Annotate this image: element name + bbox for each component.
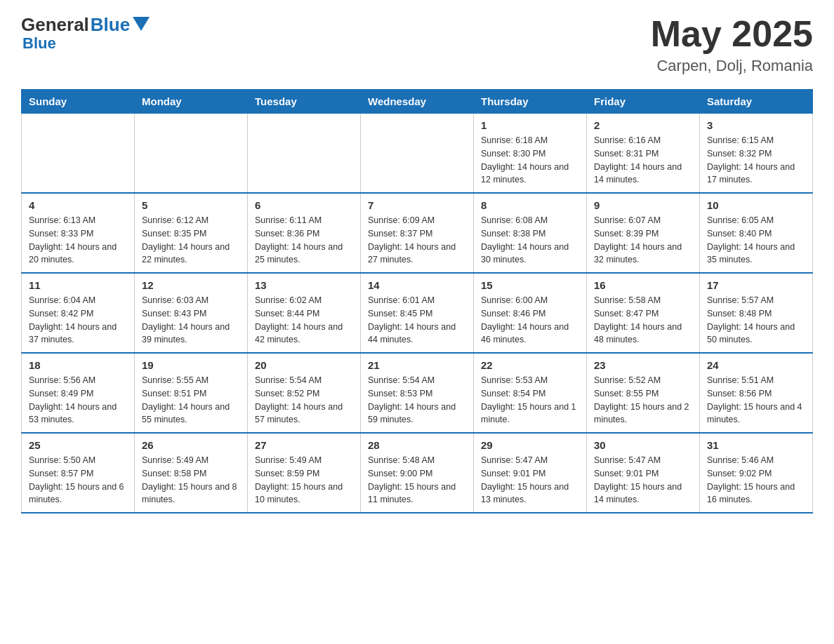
day-info: Sunrise: 6:11 AM Sunset: 8:36 PM Dayligh…: [255, 214, 353, 267]
day-info: Sunrise: 5:47 AM Sunset: 9:01 PM Dayligh…: [594, 454, 692, 507]
day-info: Sunrise: 6:08 AM Sunset: 8:38 PM Dayligh…: [481, 214, 579, 267]
calendar-cell: 30Sunrise: 5:47 AM Sunset: 9:01 PM Dayli…: [587, 433, 700, 513]
col-tuesday: Tuesday: [248, 90, 361, 114]
day-number: 9: [594, 199, 692, 211]
day-info: Sunrise: 5:48 AM Sunset: 9:00 PM Dayligh…: [368, 454, 466, 507]
col-sunday: Sunday: [22, 90, 135, 114]
day-number: 31: [707, 439, 805, 451]
day-info: Sunrise: 6:01 AM Sunset: 8:45 PM Dayligh…: [368, 294, 466, 347]
day-info: Sunrise: 5:58 AM Sunset: 8:47 PM Dayligh…: [594, 294, 692, 347]
day-number: 22: [481, 359, 579, 371]
day-info: Sunrise: 6:13 AM Sunset: 8:33 PM Dayligh…: [29, 214, 127, 267]
day-number: 13: [255, 279, 353, 291]
logo-sub-text: Blue: [21, 34, 56, 53]
day-info: Sunrise: 5:53 AM Sunset: 8:54 PM Dayligh…: [481, 374, 579, 427]
page-title: May 2025: [651, 14, 813, 54]
day-number: 1: [481, 119, 579, 131]
day-number: 5: [142, 199, 240, 211]
title-block: May 2025 Carpen, Dolj, Romania: [651, 14, 813, 75]
calendar-cell: 23Sunrise: 5:52 AM Sunset: 8:55 PM Dayli…: [587, 353, 700, 433]
col-wednesday: Wednesday: [361, 90, 474, 114]
day-number: 8: [481, 199, 579, 211]
day-info: Sunrise: 5:50 AM Sunset: 8:57 PM Dayligh…: [29, 454, 127, 507]
day-number: 29: [481, 439, 579, 451]
day-number: 3: [707, 119, 805, 131]
calendar-header-row: Sunday Monday Tuesday Wednesday Thursday…: [22, 90, 813, 114]
day-number: 11: [29, 279, 127, 291]
logo-triangle-icon: [133, 17, 150, 31]
calendar-cell: 8Sunrise: 6:08 AM Sunset: 8:38 PM Daylig…: [474, 193, 587, 273]
day-info: Sunrise: 6:00 AM Sunset: 8:46 PM Dayligh…: [481, 294, 579, 347]
day-info: Sunrise: 5:47 AM Sunset: 9:01 PM Dayligh…: [481, 454, 579, 507]
day-number: 26: [142, 439, 240, 451]
col-monday: Monday: [135, 90, 248, 114]
week-row-1: 1Sunrise: 6:18 AM Sunset: 8:30 PM Daylig…: [22, 114, 813, 194]
day-info: Sunrise: 6:16 AM Sunset: 8:31 PM Dayligh…: [594, 134, 692, 187]
calendar-cell: 18Sunrise: 5:56 AM Sunset: 8:49 PM Dayli…: [22, 353, 135, 433]
calendar-cell: 9Sunrise: 6:07 AM Sunset: 8:39 PM Daylig…: [587, 193, 700, 273]
calendar-cell: 1Sunrise: 6:18 AM Sunset: 8:30 PM Daylig…: [474, 114, 587, 194]
day-info: Sunrise: 6:02 AM Sunset: 8:44 PM Dayligh…: [255, 294, 353, 347]
logo-blue-text: Blue: [91, 14, 130, 36]
week-row-3: 11Sunrise: 6:04 AM Sunset: 8:42 PM Dayli…: [22, 273, 813, 353]
day-info: Sunrise: 6:04 AM Sunset: 8:42 PM Dayligh…: [29, 294, 127, 347]
calendar-cell: 25Sunrise: 5:50 AM Sunset: 8:57 PM Dayli…: [22, 433, 135, 513]
calendar-cell: 26Sunrise: 5:49 AM Sunset: 8:58 PM Dayli…: [135, 433, 248, 513]
day-number: 17: [707, 279, 805, 291]
day-number: 25: [29, 439, 127, 451]
calendar-cell: 6Sunrise: 6:11 AM Sunset: 8:36 PM Daylig…: [248, 193, 361, 273]
col-friday: Friday: [587, 90, 700, 114]
day-number: 7: [368, 199, 466, 211]
day-number: 4: [29, 199, 127, 211]
calendar-cell: 4Sunrise: 6:13 AM Sunset: 8:33 PM Daylig…: [22, 193, 135, 273]
page-subtitle: Carpen, Dolj, Romania: [651, 57, 813, 75]
calendar-cell: 16Sunrise: 5:58 AM Sunset: 8:47 PM Dayli…: [587, 273, 700, 353]
calendar-cell: [248, 114, 361, 194]
day-info: Sunrise: 6:12 AM Sunset: 8:35 PM Dayligh…: [142, 214, 240, 267]
calendar-cell: 11Sunrise: 6:04 AM Sunset: 8:42 PM Dayli…: [22, 273, 135, 353]
col-saturday: Saturday: [700, 90, 813, 114]
day-info: Sunrise: 6:07 AM Sunset: 8:39 PM Dayligh…: [594, 214, 692, 267]
calendar-cell: 28Sunrise: 5:48 AM Sunset: 9:00 PM Dayli…: [361, 433, 474, 513]
day-number: 2: [594, 119, 692, 131]
calendar-cell: 13Sunrise: 6:02 AM Sunset: 8:44 PM Dayli…: [248, 273, 361, 353]
week-row-4: 18Sunrise: 5:56 AM Sunset: 8:49 PM Dayli…: [22, 353, 813, 433]
day-number: 10: [707, 199, 805, 211]
calendar-cell: 15Sunrise: 6:00 AM Sunset: 8:46 PM Dayli…: [474, 273, 587, 353]
calendar-cell: 17Sunrise: 5:57 AM Sunset: 8:48 PM Dayli…: [700, 273, 813, 353]
calendar-cell: 7Sunrise: 6:09 AM Sunset: 8:37 PM Daylig…: [361, 193, 474, 273]
day-number: 16: [594, 279, 692, 291]
calendar-cell: 24Sunrise: 5:51 AM Sunset: 8:56 PM Dayli…: [700, 353, 813, 433]
day-number: 30: [594, 439, 692, 451]
day-info: Sunrise: 5:52 AM Sunset: 8:55 PM Dayligh…: [594, 374, 692, 427]
day-number: 20: [255, 359, 353, 371]
calendar-cell: [22, 114, 135, 194]
day-info: Sunrise: 5:57 AM Sunset: 8:48 PM Dayligh…: [707, 294, 805, 347]
day-info: Sunrise: 5:54 AM Sunset: 8:53 PM Dayligh…: [368, 374, 466, 427]
day-info: Sunrise: 6:09 AM Sunset: 8:37 PM Dayligh…: [368, 214, 466, 267]
calendar-cell: 5Sunrise: 6:12 AM Sunset: 8:35 PM Daylig…: [135, 193, 248, 273]
day-info: Sunrise: 5:49 AM Sunset: 8:58 PM Dayligh…: [142, 454, 240, 507]
calendar-cell: 22Sunrise: 5:53 AM Sunset: 8:54 PM Dayli…: [474, 353, 587, 433]
day-number: 6: [255, 199, 353, 211]
day-number: 28: [368, 439, 466, 451]
calendar-cell: 27Sunrise: 5:49 AM Sunset: 8:59 PM Dayli…: [248, 433, 361, 513]
calendar-cell: 20Sunrise: 5:54 AM Sunset: 8:52 PM Dayli…: [248, 353, 361, 433]
calendar-cell: 29Sunrise: 5:47 AM Sunset: 9:01 PM Dayli…: [474, 433, 587, 513]
day-info: Sunrise: 5:54 AM Sunset: 8:52 PM Dayligh…: [255, 374, 353, 427]
page-header: General Blue Blue May 2025 Carpen, Dolj,…: [21, 14, 813, 75]
calendar-cell: 21Sunrise: 5:54 AM Sunset: 8:53 PM Dayli…: [361, 353, 474, 433]
calendar-cell: 14Sunrise: 6:01 AM Sunset: 8:45 PM Dayli…: [361, 273, 474, 353]
day-info: Sunrise: 6:15 AM Sunset: 8:32 PM Dayligh…: [707, 134, 805, 187]
day-number: 12: [142, 279, 240, 291]
calendar-cell: [135, 114, 248, 194]
day-info: Sunrise: 5:46 AM Sunset: 9:02 PM Dayligh…: [707, 454, 805, 507]
day-info: Sunrise: 6:03 AM Sunset: 8:43 PM Dayligh…: [142, 294, 240, 347]
calendar-cell: 3Sunrise: 6:15 AM Sunset: 8:32 PM Daylig…: [700, 114, 813, 194]
calendar-cell: 31Sunrise: 5:46 AM Sunset: 9:02 PM Dayli…: [700, 433, 813, 513]
logo-general-text: General: [21, 14, 89, 36]
calendar-cell: 19Sunrise: 5:55 AM Sunset: 8:51 PM Dayli…: [135, 353, 248, 433]
day-info: Sunrise: 6:18 AM Sunset: 8:30 PM Dayligh…: [481, 134, 579, 187]
day-number: 21: [368, 359, 466, 371]
calendar-cell: 10Sunrise: 6:05 AM Sunset: 8:40 PM Dayli…: [700, 193, 813, 273]
